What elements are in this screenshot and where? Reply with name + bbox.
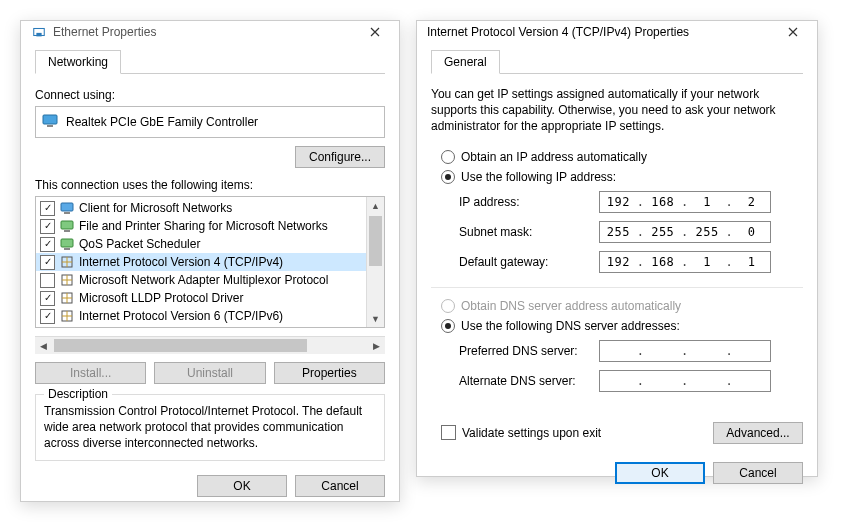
ip-octet[interactable]: 255 bbox=[604, 225, 632, 239]
cancel-button[interactable]: Cancel bbox=[295, 475, 385, 497]
install-button[interactable]: Install... bbox=[35, 362, 146, 384]
window-title: Internet Protocol Version 4 (TCP/IPv4) P… bbox=[427, 25, 775, 39]
intro-text: You can get IP settings assigned automat… bbox=[431, 86, 803, 135]
radio-icon bbox=[441, 299, 455, 313]
list-item[interactable]: Microsoft Network Adapter Multiplexor Pr… bbox=[36, 271, 366, 289]
uninstall-button[interactable]: Uninstall bbox=[154, 362, 265, 384]
dot-icon: . bbox=[726, 195, 734, 209]
scroll-right-icon[interactable]: ▶ bbox=[368, 341, 385, 351]
client-icon bbox=[59, 200, 75, 216]
dot-icon: . bbox=[681, 374, 689, 388]
checkbox-icon[interactable] bbox=[40, 309, 55, 324]
svg-rect-8 bbox=[61, 239, 73, 247]
ip-octet[interactable]: 2 bbox=[738, 195, 766, 209]
ip-octet[interactable]: 168 bbox=[649, 195, 677, 209]
close-icon[interactable] bbox=[357, 21, 393, 43]
ip-octet[interactable]: 192 bbox=[604, 255, 632, 269]
tab-networking[interactable]: Networking bbox=[35, 50, 121, 74]
svg-rect-9 bbox=[64, 248, 70, 250]
validate-label: Validate settings upon exit bbox=[462, 426, 601, 440]
dot-icon: . bbox=[637, 255, 645, 269]
close-icon[interactable] bbox=[775, 21, 811, 43]
ip-octet[interactable]: 1 bbox=[693, 255, 721, 269]
subnet-mask-field[interactable]: 255.255.255.0 bbox=[599, 221, 771, 243]
ip-octet[interactable]: 192 bbox=[604, 195, 632, 209]
description-group: Description Transmission Control Protoco… bbox=[35, 394, 385, 461]
items-label: This connection uses the following items… bbox=[35, 178, 385, 192]
scroll-up-icon[interactable]: ▲ bbox=[367, 197, 384, 214]
scroll-thumb-h[interactable] bbox=[54, 339, 307, 352]
adapter-field[interactable]: Realtek PCIe GbE Family Controller bbox=[35, 106, 385, 138]
ip-octet[interactable]: 0 bbox=[738, 225, 766, 239]
list-item[interactable]: Client for Microsoft Networks bbox=[36, 199, 366, 217]
radio-icon bbox=[441, 150, 455, 164]
tabrow: Networking bbox=[35, 49, 385, 74]
checkbox-icon[interactable] bbox=[40, 273, 55, 288]
list-item[interactable]: Microsoft LLDP Protocol Driver bbox=[36, 289, 366, 307]
checkbox-icon[interactable] bbox=[40, 219, 55, 234]
cancel-button[interactable]: Cancel bbox=[713, 462, 803, 484]
service-icon bbox=[59, 236, 75, 252]
advanced-button[interactable]: Advanced... bbox=[713, 422, 803, 444]
alternate-dns-field[interactable]: ... bbox=[599, 370, 771, 392]
default-gateway-field[interactable]: 192.168.1.1 bbox=[599, 251, 771, 273]
service-icon bbox=[59, 218, 75, 234]
properties-button[interactable]: Properties bbox=[274, 362, 385, 384]
horizontal-scrollbar[interactable]: ◀ ▶ bbox=[35, 336, 385, 354]
description-legend: Description bbox=[44, 387, 112, 401]
dot-icon: . bbox=[681, 255, 689, 269]
preferred-dns-label: Preferred DNS server: bbox=[459, 344, 599, 358]
adapter-name: Realtek PCIe GbE Family Controller bbox=[66, 115, 258, 129]
checkbox-icon[interactable] bbox=[40, 255, 55, 270]
list-item-label: Microsoft LLDP Protocol Driver bbox=[79, 291, 244, 305]
list-item[interactable]: Internet Protocol Version 4 (TCP/IPv4) bbox=[36, 253, 366, 271]
alternate-dns-label: Alternate DNS server: bbox=[459, 374, 599, 388]
radio-label: Use the following IP address: bbox=[461, 170, 616, 184]
dot-icon: . bbox=[681, 195, 689, 209]
scroll-down-icon[interactable]: ▼ bbox=[367, 310, 384, 327]
list-item[interactable]: Internet Protocol Version 6 (TCP/IPv6) bbox=[36, 307, 366, 325]
protocol-icon bbox=[59, 290, 75, 306]
vertical-scrollbar[interactable]: ▲ ▼ bbox=[366, 197, 384, 327]
scroll-left-icon[interactable]: ◀ bbox=[35, 341, 52, 351]
ip-octet[interactable]: 1 bbox=[693, 195, 721, 209]
validate-checkbox[interactable]: Validate settings upon exit bbox=[441, 425, 601, 440]
ip-octet[interactable]: 1 bbox=[738, 255, 766, 269]
radio-dns-manual[interactable]: Use the following DNS server addresses: bbox=[441, 319, 803, 333]
adapter-icon bbox=[42, 114, 60, 130]
checkbox-icon[interactable] bbox=[40, 201, 55, 216]
svg-rect-1 bbox=[36, 33, 41, 37]
titlebar: Internet Protocol Version 4 (TCP/IPv4) P… bbox=[417, 21, 817, 43]
ok-button[interactable]: OK bbox=[197, 475, 287, 497]
list-item[interactable]: QoS Packet Scheduler bbox=[36, 235, 366, 253]
radio-ip-manual[interactable]: Use the following IP address: bbox=[441, 170, 803, 184]
subnet-mask-label: Subnet mask: bbox=[459, 225, 599, 239]
ip-address-field[interactable]: 192.168.1.2 bbox=[599, 191, 771, 213]
tabrow: General bbox=[431, 49, 803, 74]
ip-octet[interactable]: 168 bbox=[649, 255, 677, 269]
scroll-thumb[interactable] bbox=[369, 216, 382, 266]
tab-general[interactable]: General bbox=[431, 50, 500, 74]
list-item-label: File and Printer Sharing for Microsoft N… bbox=[79, 219, 328, 233]
list-item-label: Client for Microsoft Networks bbox=[79, 201, 232, 215]
description-text: Transmission Control Protocol/Internet P… bbox=[44, 403, 376, 452]
dot-icon: . bbox=[726, 255, 734, 269]
svg-rect-7 bbox=[64, 230, 70, 232]
ok-button[interactable]: OK bbox=[615, 462, 705, 484]
configure-button[interactable]: Configure... bbox=[295, 146, 385, 168]
svg-rect-3 bbox=[47, 125, 53, 127]
radio-ip-auto[interactable]: Obtain an IP address automatically bbox=[441, 150, 803, 164]
checkbox-icon[interactable] bbox=[40, 291, 55, 306]
ip-octet[interactable]: 255 bbox=[693, 225, 721, 239]
checkbox-icon[interactable] bbox=[40, 237, 55, 252]
list-item[interactable]: File and Printer Sharing for Microsoft N… bbox=[36, 217, 366, 235]
dot-icon: . bbox=[681, 225, 689, 239]
radio-label: Obtain DNS server address automatically bbox=[461, 299, 681, 313]
radio-icon bbox=[441, 170, 455, 184]
items-listbox[interactable]: Client for Microsoft NetworksFile and Pr… bbox=[35, 196, 385, 328]
dot-icon: . bbox=[726, 344, 734, 358]
preferred-dns-field[interactable]: ... bbox=[599, 340, 771, 362]
list-item-label: Internet Protocol Version 4 (TCP/IPv4) bbox=[79, 255, 283, 269]
ip-octet[interactable]: 255 bbox=[649, 225, 677, 239]
radio-label: Use the following DNS server addresses: bbox=[461, 319, 680, 333]
